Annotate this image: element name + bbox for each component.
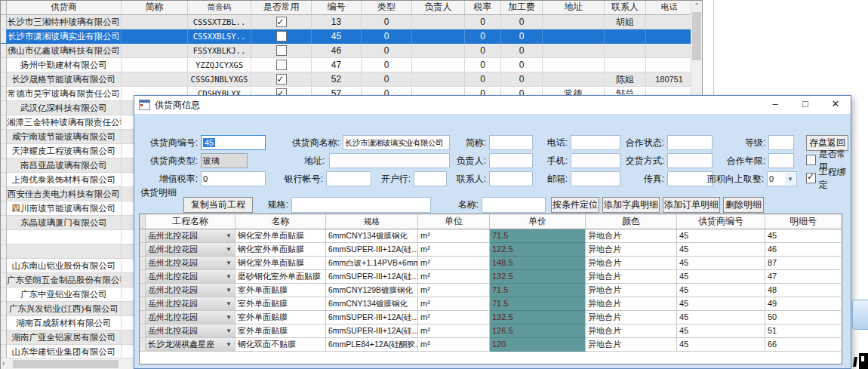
- column-header[interactable]: 类型: [362, 1, 412, 14]
- chevron-down-icon[interactable]: ▼: [785, 173, 796, 185]
- detail-row[interactable]: 岳州北控花园▼室外单面贴膜6mmSUPER-III+12A(硅...m²132.…: [140, 311, 842, 324]
- column-header[interactable]: 加工费: [501, 1, 543, 14]
- column-header[interactable]: 明细号: [765, 214, 841, 229]
- abbr-input[interactable]: [489, 135, 533, 150]
- copy-project-button[interactable]: 复制当前工程: [183, 197, 253, 213]
- project-combobox[interactable]: 岳州北控花园▼: [146, 297, 235, 311]
- add-dict-detail-button[interactable]: 添加字典明细: [602, 197, 660, 213]
- chevron-down-icon[interactable]: ▼: [226, 311, 232, 324]
- bank-account-input[interactable]: [326, 171, 371, 186]
- project-combobox[interactable]: 长沙龙湖祺鑫星座▼: [146, 338, 235, 352]
- column-header[interactable]: 简称: [122, 1, 188, 14]
- column-header[interactable]: 联系人: [605, 1, 646, 14]
- project-combobox[interactable]: 岳州北控花园▼: [146, 270, 235, 284]
- common-checkbox[interactable]: [276, 31, 287, 42]
- detail-row[interactable]: 岳州北控花园▼室外单面贴膜6mmCNY129B镀膜钢化m²71.5异地合片454…: [140, 284, 842, 297]
- cell-supplier_id: 45: [677, 284, 765, 297]
- spec-filter-input[interactable]: [291, 197, 431, 213]
- bank-input[interactable]: [414, 171, 447, 186]
- area-roundup-select[interactable]: 0▼: [767, 171, 797, 186]
- detail-row[interactable]: 岳州北控花园▼钢化室外单面贴膜6mmSUPER-III+12A(硅...m²12…: [140, 243, 842, 257]
- manager-input[interactable]: [489, 153, 533, 168]
- supplier-row[interactable]: 长沙市潇湘玻璃实业有限公司CSSXXBLSY..45000: [1, 29, 702, 44]
- email-input[interactable]: [571, 171, 620, 186]
- supplier-row[interactable]: 长沙市三湘特种玻璃有限公司CSSSXTZBL..13000胡姐: [1, 15, 702, 29]
- column-header[interactable]: 颜色: [586, 214, 677, 229]
- detail-row[interactable]: 长沙龙湖祺鑫星座▼钢化双面不贴膜6mmPLE84+12A(硅酮胶...m²120…: [140, 338, 842, 352]
- checkbox-icon[interactable]: [806, 173, 816, 183]
- row-header: [1, 316, 7, 331]
- project-combobox[interactable]: 岳州北控花园▼: [146, 243, 235, 257]
- column-header[interactable]: 电话: [646, 1, 693, 14]
- cell-phone: [646, 29, 693, 44]
- project-combobox[interactable]: 岳州北控花园▼: [146, 229, 235, 243]
- detail-row[interactable]: 岳州北控花园▼室外单面贴膜6mmSUPER-III+12A(硅...m²126.…: [140, 324, 842, 338]
- common-checkbox[interactable]: [276, 17, 287, 27]
- supplier-row[interactable]: 长沙晟格节能玻璃有限公司CSSGJNBLYXGS52000陈姐180751: [1, 72, 702, 87]
- grade-input[interactable]: [768, 135, 794, 150]
- chevron-down-icon[interactable]: ▼: [226, 324, 232, 337]
- coop-years-input[interactable]: [768, 153, 794, 168]
- common-checkbox[interactable]: [276, 60, 287, 70]
- detail-row[interactable]: 岳州北控花园▼钢化室外单面贴膜6mmCNY134镀膜钢化m²71.5异地合片45…: [140, 229, 842, 243]
- coop-status-input[interactable]: [667, 135, 713, 150]
- common-checkbox[interactable]: [276, 45, 287, 56]
- vertical-scroll-thumb[interactable]: [692, 12, 701, 60]
- vat-input[interactable]: 0: [201, 171, 266, 186]
- checkbox-icon[interactable]: [806, 155, 816, 165]
- cell-price: 71.5: [490, 229, 586, 243]
- common-checkbox[interactable]: [276, 74, 287, 85]
- chevron-down-icon[interactable]: ▼: [226, 338, 232, 351]
- locate-by-condition-button[interactable]: 按条件定位: [551, 197, 599, 213]
- column-header[interactable]: 供货商: [7, 1, 122, 14]
- column-header[interactable]: 规格: [326, 214, 418, 229]
- column-header[interactable]: 负责人: [412, 1, 465, 14]
- supplier-name-input[interactable]: 长沙市潇湘玻璃实业有限公司: [343, 135, 450, 150]
- column-header[interactable]: 编号: [312, 1, 362, 14]
- column-header[interactable]: 税率: [465, 1, 501, 14]
- maximize-icon[interactable]: □: [790, 96, 820, 114]
- column-header[interactable]: 名称: [235, 214, 326, 229]
- minimize-icon[interactable]: –: [760, 96, 790, 114]
- detail-row[interactable]: 岳州北控花园▼钢化室外单面贴膜6mm白玻+1.14PVB+6mm...m²148…: [140, 257, 842, 270]
- name-filter-input[interactable]: [482, 197, 546, 213]
- dialog-title: 供货商信息: [155, 99, 200, 112]
- delete-detail-button[interactable]: 删除明细: [723, 197, 764, 213]
- project-bind-checkbox[interactable]: 工程绑定: [806, 171, 851, 186]
- address-input[interactable]: [329, 153, 450, 168]
- chevron-down-icon[interactable]: ▼: [226, 243, 232, 256]
- project-combobox[interactable]: 岳州北控花园▼: [146, 311, 235, 324]
- supplier-id-input[interactable]: 45: [201, 135, 266, 150]
- supplier-type-input[interactable]: 玻璃: [201, 153, 248, 168]
- chevron-down-icon[interactable]: ▼: [226, 257, 232, 269]
- chevron-down-icon[interactable]: ▼: [226, 284, 232, 297]
- horizontal-scroll-thumb[interactable]: [13, 360, 119, 368]
- column-header[interactable]: 工程名称: [146, 214, 235, 229]
- dialog-titlebar[interactable]: 供货商信息 – □ ✕: [134, 96, 851, 114]
- contact-input[interactable]: [489, 171, 533, 186]
- column-header[interactable]: 是否常用: [251, 1, 312, 14]
- delivery-input[interactable]: [667, 153, 713, 168]
- project-combobox[interactable]: 岳州北控花园▼: [146, 324, 235, 338]
- chevron-down-icon[interactable]: ▼: [226, 270, 232, 283]
- phone-input[interactable]: [571, 135, 620, 150]
- supplier-row[interactable]: 扬州中勤建材有限公司YZZQJCYXGS47000: [1, 58, 702, 72]
- column-header[interactable]: 单位: [418, 214, 490, 229]
- supplier-row[interactable]: 佛山市亿鑫玻璃科技有限公司FSSYXBLKJ..46000: [1, 44, 702, 58]
- project-combobox[interactable]: 岳州北控花园▼: [146, 284, 235, 297]
- chevron-down-icon[interactable]: ▼: [226, 229, 232, 242]
- mobile-input[interactable]: [571, 153, 620, 168]
- project-combobox[interactable]: 岳州北控花园▼: [146, 257, 235, 270]
- scroll-left-icon[interactable]: ‹: [2, 359, 5, 367]
- close-icon[interactable]: ✕: [820, 96, 851, 114]
- column-header[interactable]: 地址: [543, 1, 605, 14]
- detail-row[interactable]: 岳州北控花园▼磨砂钢化室外单面贴膜6mmSUPER-III+12A(硅...m²…: [140, 270, 842, 284]
- column-header[interactable]: 单价: [490, 214, 586, 229]
- chevron-down-icon[interactable]: ▼: [226, 297, 232, 310]
- scroll-up-icon[interactable]: ⌃: [691, 1, 702, 11]
- cell-name: 常德市昊宇玻璃有限责任公司: [7, 87, 122, 101]
- column-header[interactable]: 简音码: [188, 1, 251, 14]
- add-order-detail-button[interactable]: 添加订单明细: [663, 197, 720, 213]
- detail-row[interactable]: 岳州北控花园▼室外单面贴膜6mmCNY134镀膜钢化m²71.5异地合片4549: [140, 297, 842, 311]
- column-header[interactable]: 供货商编号: [677, 214, 765, 229]
